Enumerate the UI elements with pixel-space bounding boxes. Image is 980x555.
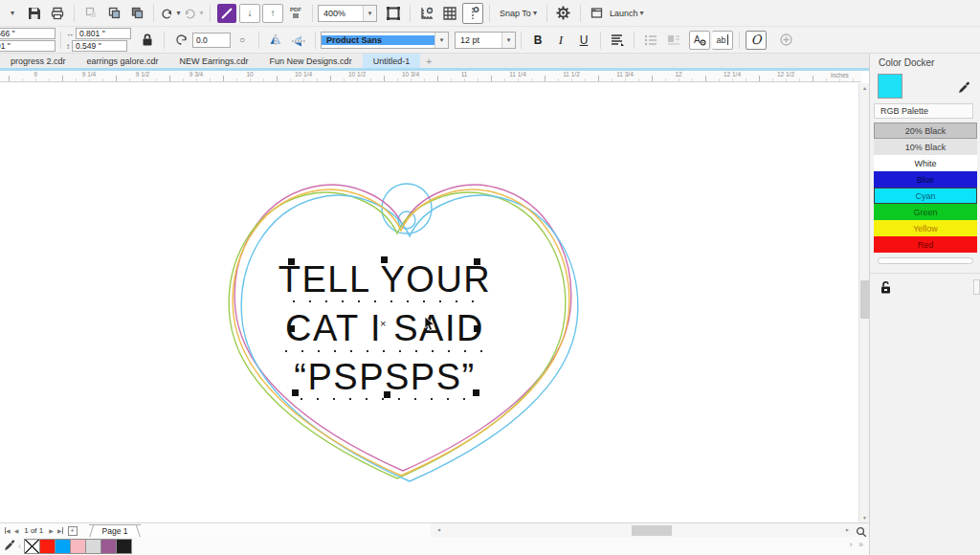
color-row-yellow[interactable]: Yellow [874, 220, 977, 236]
page-1-tab[interactable]: Page 1 [89, 524, 142, 538]
add-property-icon[interactable] [775, 30, 796, 51]
show-guidelines-icon[interactable] [462, 3, 483, 24]
bold-button[interactable]: B [527, 30, 548, 51]
position-y-field[interactable]: 91 " [0, 40, 56, 52]
vertical-scroll-thumb[interactable] [860, 280, 869, 319]
new-document-tab-icon[interactable]: + [420, 54, 437, 69]
edit-text-icon[interactable]: ab [712, 31, 733, 50]
undo-button[interactable]: ▾ [160, 3, 181, 24]
add-page-icon[interactable]: + [68, 526, 78, 536]
property-bar: 566 " 91 " ↔ 0.801 " ↕ 0.549 " 0.0 ○ Pro… [0, 27, 980, 54]
swatch-black[interactable] [116, 539, 132, 554]
prev-page-icon[interactable]: ◀ [14, 527, 19, 534]
horizontal-ruler[interactable]: 9 9 1/4 9 1/2 9 3/4 10 10 1/4 10 1/2 10 … [0, 71, 861, 82]
doc-tab-earrings-galore[interactable]: earrings galore.cdr [77, 54, 169, 69]
swatch-light-gray[interactable] [85, 539, 101, 554]
next-page-icon[interactable]: ▶ [49, 527, 54, 534]
swatch-pink[interactable] [70, 539, 86, 554]
launch-dropdown[interactable]: Launch▾ [610, 3, 644, 24]
color-row-cyan[interactable]: Cyan [874, 188, 977, 204]
underline-button[interactable]: U [573, 30, 594, 51]
publish-pdf-icon[interactable]: PDF [285, 3, 306, 24]
selection-handle-bottom-mid[interactable] [384, 391, 390, 398]
unlock-icon[interactable] [879, 279, 893, 299]
drawing-canvas[interactable]: TELL YOUR CAT I SAID “PSPSPS” × [0, 83, 858, 522]
docker-edge-button[interactable] [973, 279, 980, 295]
text-properties-icon[interactable]: A [689, 31, 710, 50]
convert-outline-icon[interactable]: O [746, 31, 767, 50]
show-rulers-icon[interactable] [416, 3, 437, 24]
show-grid-icon[interactable] [439, 3, 460, 24]
font-size-select[interactable]: 12 pt ▾ [455, 32, 516, 49]
zoom-level-select[interactable]: 400% ▾ [318, 5, 377, 22]
print-icon[interactable] [47, 3, 68, 24]
selection-handle-top-right[interactable] [474, 258, 480, 265]
rotation-angle-field[interactable]: 0.0 [192, 33, 231, 48]
options-gear-icon[interactable] [553, 3, 574, 24]
export-icon[interactable]: ↑ [262, 4, 283, 23]
doc-tab-untitled-1[interactable]: Untitled-1 [363, 54, 421, 69]
horizontal-scroll-thumb[interactable] [632, 525, 672, 536]
copy-icon[interactable] [103, 3, 124, 24]
flip-horizontal-icon[interactable] [265, 30, 286, 51]
doc-tab-fun-new-designs[interactable]: Fun New Designs.cdr [259, 54, 363, 69]
selection-handle-bottom-right[interactable] [473, 389, 479, 396]
hscroll-left-icon[interactable]: ▲ [435, 525, 441, 536]
no-color-swatch[interactable] [24, 539, 40, 554]
swatch-blue[interactable] [55, 539, 71, 554]
selection-handle-top-left[interactable] [288, 258, 295, 265]
text-alignment-icon[interactable] [607, 30, 628, 51]
save-icon[interactable] [24, 3, 45, 24]
vertical-scrollbar[interactable]: ▲ ▼ [858, 83, 869, 522]
color-row-10-black[interactable]: 10% Black [874, 139, 977, 155]
color-row-green[interactable]: Green [874, 204, 977, 220]
position-x-field[interactable]: 566 " [0, 28, 56, 39]
ruler-label: 10 3/4 [402, 71, 419, 78]
current-color-swatch[interactable] [878, 74, 902, 99]
last-page-icon[interactable]: ▶ [57, 527, 63, 534]
hscroll-right-icon[interactable]: ▲ [845, 525, 851, 536]
selection-handle-mid-left[interactable] [288, 325, 295, 332]
first-page-icon[interactable]: ◀ [5, 527, 11, 534]
selection-handle-top-mid[interactable] [381, 256, 388, 263]
roundness-icon[interactable]: ○ [232, 30, 253, 51]
selection-handle-bottom-left[interactable] [292, 389, 299, 396]
swatch-purple[interactable] [100, 539, 117, 554]
font-select[interactable]: Product Sans ▾ [321, 32, 449, 49]
cut-icon[interactable] [80, 3, 101, 24]
palette-shade-slider[interactable] [878, 257, 973, 264]
full-screen-icon[interactable] [383, 3, 404, 24]
palette-scroll-left-icon[interactable]: ‹ [18, 542, 21, 551]
font-size-caret-icon[interactable]: ▾ [501, 33, 515, 48]
height-icon: ↕ [66, 42, 70, 51]
selection-handle-mid-right[interactable] [474, 325, 480, 332]
color-row-20-black[interactable]: 20% Black [874, 122, 977, 139]
paste-icon[interactable] [126, 3, 147, 24]
object-width-field[interactable]: 0.801 " [76, 28, 131, 39]
color-row-red[interactable]: Red [874, 236, 977, 253]
italic-button[interactable]: I [550, 30, 571, 51]
swatch-red[interactable] [39, 539, 56, 554]
bullet-list-icon[interactable] [640, 30, 661, 51]
drop-cap-icon[interactable] [663, 30, 684, 51]
palette-name-select[interactable]: RGB Palette [874, 103, 973, 119]
doc-tab-new-earrings[interactable]: NEW Earrings.cdr [169, 54, 259, 69]
doc-tab-progress-2[interactable]: progress 2.cdr [0, 54, 77, 69]
object-height-field[interactable]: 0.549 " [72, 40, 127, 52]
palette-scroll-right-icons[interactable]: › » [849, 540, 865, 549]
font-select-caret-icon[interactable]: ▾ [434, 33, 448, 48]
color-row-blue[interactable]: Blue [874, 171, 977, 188]
color-eyedropper-icon[interactable] [958, 80, 970, 98]
flip-vertical-icon[interactable] [288, 30, 309, 51]
dropdown-caret-icon[interactable]: ▾ [1, 3, 22, 24]
color-row-white[interactable]: White [874, 155, 977, 171]
char-node-dots [301, 398, 471, 400]
redo-button[interactable]: ▾ [183, 3, 204, 24]
eyedropper-icon[interactable] [4, 538, 15, 555]
search-content-icon[interactable] [216, 3, 237, 24]
launch-window-icon[interactable] [587, 3, 608, 24]
import-icon[interactable]: ↓ [239, 4, 260, 23]
zoom-level-caret-icon[interactable]: ▾ [363, 6, 376, 21]
snap-to-dropdown[interactable]: Snap To▾ [496, 3, 541, 24]
lock-ratio-icon[interactable] [137, 30, 158, 51]
